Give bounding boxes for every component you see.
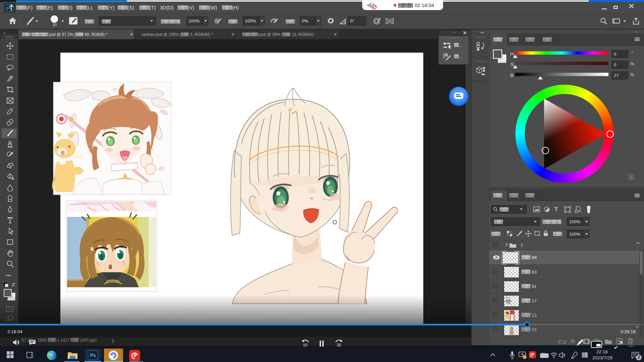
svg-text:30: 30 bbox=[337, 343, 341, 348]
svg-text:10: 10 bbox=[303, 343, 308, 348]
